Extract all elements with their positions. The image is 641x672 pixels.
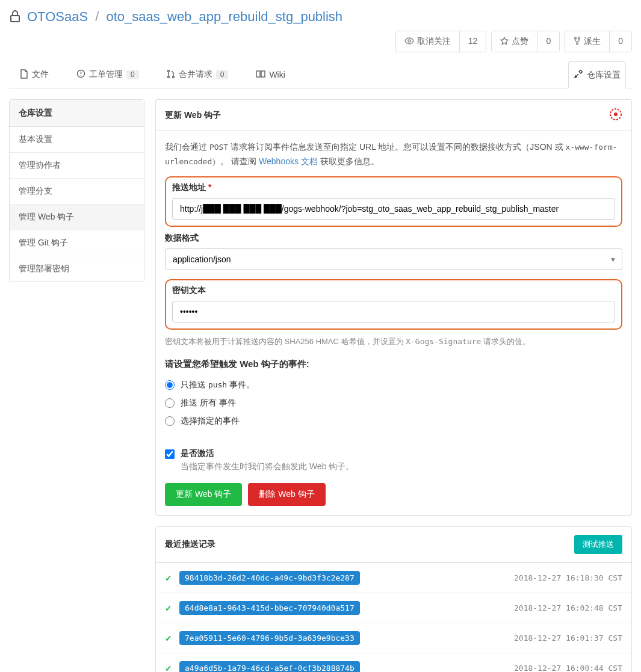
- deliveries-panel: 最近推送记录 测试推送 ✓98418b3d-26d2-40dc-a49c-9bd…: [155, 526, 632, 672]
- file-icon: [20, 69, 28, 81]
- update-button[interactable]: 更新 Web 钩子: [165, 483, 242, 506]
- delivery-time: 2018-12-27 16:18:30 CST: [514, 573, 622, 582]
- event-push-radio[interactable]: [165, 380, 175, 390]
- secret-help: 密钥文本将被用于计算推送内容的 SHA256 HMAC 哈希值，并设置为 X-G…: [165, 336, 622, 348]
- delivery-hash[interactable]: 7ea05911-5e60-4796-9b5d-3a639e9bce33: [179, 631, 360, 645]
- fork-label: 派生: [584, 36, 601, 47]
- breadcrumb: OTOSaaS / oto_saas_web_app_rebuild_stg_p…: [27, 9, 342, 25]
- sidebar-title: 仓库设置: [10, 100, 144, 127]
- delivery-row[interactable]: ✓a49a6d5b-1a79-46cd-a5ef-0cf3b288874b201…: [156, 653, 631, 672]
- tab-files[interactable]: 文件: [15, 61, 54, 88]
- check-icon: ✓: [165, 603, 172, 613]
- check-icon: ✓: [165, 573, 172, 583]
- highlight-url: 推送地址 *: [165, 176, 622, 227]
- svg-point-2: [575, 37, 577, 39]
- settings-sidebar: 仓库设置 基本设置 管理协作者 管理分支 管理 Web 钩子 管理 Git 钩子…: [9, 99, 144, 282]
- sidebar-item-collaborators[interactable]: 管理协作者: [10, 153, 144, 179]
- issue-icon: [76, 69, 85, 80]
- event-custom-radio[interactable]: [165, 416, 175, 426]
- tab-settings[interactable]: 仓库设置: [568, 61, 626, 88]
- pulls-count: 0: [216, 70, 229, 79]
- tab-wiki-label: Wiki: [269, 70, 285, 79]
- format-label: 数据格式: [165, 233, 622, 244]
- tab-issues-label: 工单管理: [89, 69, 123, 80]
- tab-pulls[interactable]: 合并请求 0: [162, 61, 234, 88]
- svg-point-6: [167, 70, 169, 72]
- tab-wiki[interactable]: Wiki: [251, 61, 290, 88]
- svg-point-3: [578, 37, 580, 39]
- svg-rect-0: [11, 16, 19, 22]
- svg-point-7: [167, 76, 169, 78]
- repo-actions: 取消关注 12 点赞 0 派生 0: [9, 31, 632, 52]
- delivery-hash[interactable]: a49a6d5b-1a79-46cd-a5ef-0cf3b288874b: [179, 661, 360, 672]
- test-delivery-button[interactable]: 测试推送: [574, 535, 622, 554]
- issues-count: 0: [126, 70, 139, 79]
- delivery-hash[interactable]: 98418b3d-26d2-40dc-a49c-9bd3f3c2e287: [179, 571, 360, 585]
- panel-title: 更新 Web 钩子: [165, 110, 221, 121]
- highlight-secret: 密钥文本: [165, 279, 622, 330]
- event-custom-label: 选择指定的事件: [181, 416, 240, 427]
- repo-header: OTOSaaS / oto_saas_web_app_rebuild_stg_p…: [9, 9, 632, 25]
- fork-icon: [574, 37, 581, 47]
- webhooks-doc-link[interactable]: Webhooks 文档: [259, 156, 318, 166]
- active-checkbox[interactable]: [165, 449, 175, 459]
- star-icon: [500, 37, 509, 47]
- event-push-label: 只推送 push 事件。: [181, 380, 255, 390]
- sidebar-item-githooks[interactable]: 管理 Git 钩子: [10, 230, 144, 256]
- star-button[interactable]: 点赞: [492, 31, 537, 52]
- repo-tabs: 文件 工单管理 0 合并请求 0 Wiki 仓库设置: [9, 61, 632, 88]
- events-title: 请设置您希望触发 Web 钩子的事件:: [165, 359, 622, 370]
- active-help: 当指定事件发生时我们将会触发此 Web 钩子。: [181, 461, 354, 472]
- svg-point-1: [408, 40, 410, 42]
- fork-button[interactable]: 派生: [565, 31, 609, 52]
- tools-icon: [574, 69, 583, 81]
- secret-label: 密钥文本: [172, 285, 615, 296]
- sidebar-item-basic[interactable]: 基本设置: [10, 127, 144, 153]
- gogs-icon: [609, 108, 622, 123]
- active-label: 是否激活: [181, 448, 354, 459]
- svg-point-4: [577, 43, 578, 45]
- tab-files-label: 文件: [32, 69, 49, 80]
- delivery-time: 2018-12-27 16:02:48 CST: [514, 603, 622, 612]
- owner-link[interactable]: OTOSaaS: [27, 9, 88, 24]
- svg-point-8: [172, 76, 174, 78]
- star-label: 点赞: [512, 36, 528, 47]
- book-icon: [256, 70, 265, 80]
- tab-issues[interactable]: 工单管理 0: [72, 61, 144, 88]
- sidebar-item-branches[interactable]: 管理分支: [10, 179, 144, 205]
- event-all-radio[interactable]: [165, 398, 175, 408]
- format-select[interactable]: application/json: [165, 248, 622, 270]
- deliveries-title: 最近推送记录: [165, 539, 215, 550]
- fork-count[interactable]: 0: [609, 31, 631, 52]
- unwatch-label: 取消关注: [417, 36, 451, 47]
- url-input[interactable]: [172, 198, 615, 220]
- check-icon: ✓: [165, 664, 172, 672]
- unwatch-button[interactable]: 取消关注: [396, 31, 459, 52]
- repo-link[interactable]: oto_saas_web_app_rebuild_stg_publish: [106, 9, 342, 24]
- star-count[interactable]: 0: [537, 31, 559, 52]
- delivery-time: 2018-12-27 16:00:44 CST: [514, 664, 622, 672]
- watch-count[interactable]: 12: [459, 31, 486, 52]
- event-all-label: 推送 所有 事件: [181, 398, 236, 408]
- sidebar-item-deploykeys[interactable]: 管理部署密钥: [10, 256, 144, 282]
- check-icon: ✓: [165, 633, 172, 643]
- sidebar-item-webhooks[interactable]: 管理 Web 钩子: [10, 205, 144, 230]
- delivery-hash[interactable]: 64d8e8a1-9643-415d-bbec-707940d0a517: [179, 601, 360, 615]
- delete-button[interactable]: 删除 Web 钩子: [248, 483, 325, 506]
- delivery-time: 2018-12-27 16:01:37 CST: [514, 633, 622, 643]
- svg-point-10: [614, 113, 618, 116]
- webhook-description: 我们会通过 POST 请求将订阅事件信息发送至向指定 URL 地址。您可以设置不…: [165, 140, 622, 169]
- url-label: 推送地址 *: [172, 182, 615, 193]
- webhook-panel: 更新 Web 钩子 我们会通过 POST 请求将订阅事件信息发送至向指定 URL…: [155, 99, 632, 516]
- delivery-row[interactable]: ✓64d8e8a1-9643-415d-bbec-707940d0a517201…: [156, 593, 631, 623]
- secret-input[interactable]: [172, 301, 615, 322]
- tab-settings-label: 仓库设置: [587, 70, 621, 81]
- pull-request-icon: [167, 69, 175, 81]
- delivery-row[interactable]: ✓98418b3d-26d2-40dc-a49c-9bd3f3c2e287201…: [156, 563, 631, 593]
- lock-icon: [9, 10, 21, 25]
- eye-icon: [404, 37, 414, 46]
- delivery-row[interactable]: ✓7ea05911-5e60-4796-9b5d-3a639e9bce33201…: [156, 623, 631, 653]
- tab-pulls-label: 合并请求: [179, 69, 212, 80]
